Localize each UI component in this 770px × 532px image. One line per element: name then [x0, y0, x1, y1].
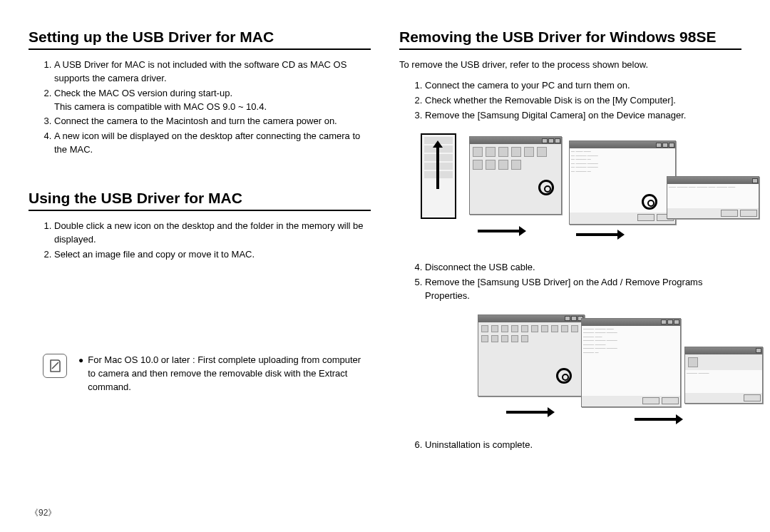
arrow-right-icon — [478, 230, 520, 232]
list-item: Uninstallation is complete. — [425, 439, 741, 452]
note-icon — [43, 354, 67, 378]
add-remove-programs-window: ——— ——— ————— ——— —————— ————— ——— —————… — [581, 318, 681, 407]
list-item: A USB Driver for MAC is not included wit… — [54, 58, 371, 86]
left-column: Setting up the USB Driver for MAC A USB … — [29, 29, 371, 518]
control-panel-window — [478, 314, 585, 397]
note-text: ● For Mac OS 10.0 or later : First compl… — [78, 354, 371, 394]
note-callout: ● For Mac OS 10.0 or later : First compl… — [29, 354, 371, 394]
confirm-removal-dialog: —— ——— —— ——— —— ——— —— — [667, 176, 759, 219]
arrow-up-icon — [436, 146, 439, 189]
list-item: Connect the camera to your PC and turn t… — [425, 79, 741, 93]
bullet-icon: ● — [78, 354, 83, 394]
highlight-circle-icon — [556, 368, 572, 384]
arrow-right-icon — [576, 233, 619, 236]
list-item: Remove the [Samsung Digital Camera] on t… — [425, 109, 741, 123]
heading-removing: Removing the USB Driver for Windows 98SE — [399, 29, 741, 50]
list-item: Check the MAC OS version during start-up… — [54, 87, 371, 114]
screenshot-cluster-device-manager: — —— ——— ——— ———— ——— —— ——— ———— ——— ——… — [421, 133, 741, 251]
right-column: Removing the USB Driver for Windows 98SE… — [399, 29, 741, 518]
list-item: Connect the camera to the Macintosh and … — [54, 115, 371, 128]
page-number: 《92》 — [30, 507, 56, 519]
step-subtext: This camera is compatible with MAC OS 9.… — [54, 101, 371, 114]
note-body: For Mac OS 10.0 or later : First complet… — [88, 354, 371, 394]
remove-steps-b: Disconnect the USB cable. Remove the [Sa… — [399, 261, 741, 303]
remove-steps-a: Connect the camera to your PC and turn t… — [399, 79, 741, 123]
list-item: Remove the [Samsung USB Driver] on the A… — [425, 276, 741, 303]
arrow-right-icon — [506, 411, 549, 414]
setting-up-steps: A USB Driver for MAC is not included wit… — [29, 58, 371, 157]
two-column-layout: Setting up the USB Driver for MAC A USB … — [29, 29, 741, 518]
list-item: Double click a new icon on the desktop a… — [54, 220, 371, 247]
step-text: Check the MAC OS version during start-up… — [54, 88, 232, 98]
screenshot-cluster-add-remove: ——— ——— ————— ——— —————— ————— ——— —————… — [421, 314, 741, 429]
intro-text: To remove the USB driver, refer to the p… — [399, 58, 741, 72]
system-properties-window: — —— ——— ——— ———— ——— —— ——— ———— ——— ——… — [569, 140, 676, 225]
uninstall-complete-dialog: ——— ——— — [684, 347, 763, 404]
heading-using: Using the USB Driver for MAC — [29, 190, 371, 211]
control-panel-window — [469, 136, 562, 215]
list-item: Check whether the Removable Disk is on t… — [425, 94, 741, 108]
heading-setting-up: Setting up the USB Driver for MAC — [29, 29, 371, 50]
list-item: A new icon will be displayed on the desk… — [54, 130, 371, 157]
using-steps: Double click a new icon on the desktop a… — [29, 220, 371, 262]
list-item: Select an image file and copy or move it… — [54, 248, 371, 262]
arrow-right-icon — [635, 418, 677, 421]
list-item: Disconnect the USB cable. — [425, 261, 741, 275]
remove-steps-c: Uninstallation is complete. — [399, 439, 741, 452]
